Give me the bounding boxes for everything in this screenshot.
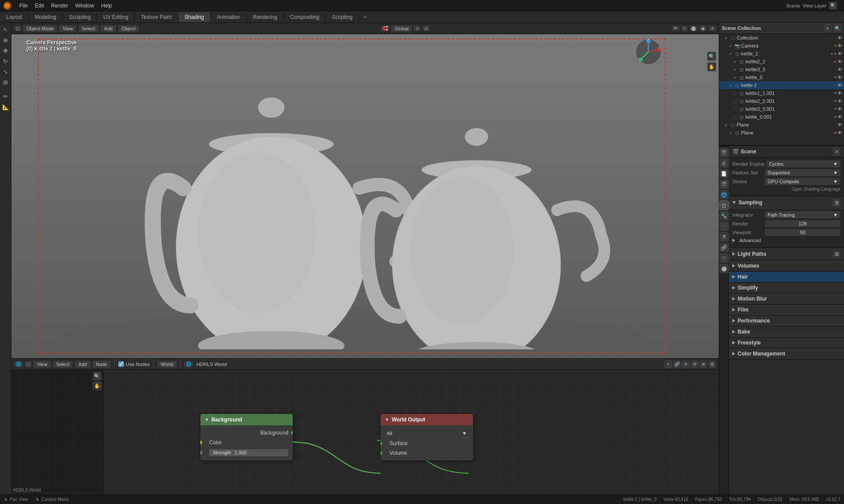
outliner-item-kettle2[interactable]: ✓ ◻ kettle 2 👁 bbox=[719, 81, 844, 89]
oi-eye-plane-sub[interactable]: 👁 bbox=[837, 130, 842, 135]
ne-left-zoom-icon[interactable]: 🔍 bbox=[93, 372, 102, 381]
gizmo-icon[interactable]: ⌖ bbox=[681, 25, 688, 32]
tab-rendering[interactable]: Rendering bbox=[247, 12, 284, 22]
ne-close-button[interactable]: ✕ bbox=[682, 360, 690, 368]
oi-check-k2-001[interactable]: □ bbox=[732, 98, 738, 104]
light-paths-options-icon[interactable]: ☰ bbox=[833, 250, 840, 258]
pan-icon[interactable]: ✋ bbox=[707, 62, 716, 71]
pivot-icon[interactable]: ⊙ bbox=[414, 25, 421, 31]
tab-compositing[interactable]: Compositing bbox=[284, 12, 326, 22]
tab-sculpting[interactable]: Sculpting bbox=[63, 12, 97, 22]
prop-hair-header[interactable]: Hair bbox=[729, 272, 844, 282]
oi-check-camera[interactable]: ✓ bbox=[728, 43, 733, 48]
ne-left-pan-icon[interactable]: ✋ bbox=[93, 381, 102, 390]
tool-cursor-icon[interactable]: ⊕ bbox=[1, 35, 11, 45]
tab-animation[interactable]: Animation bbox=[211, 12, 247, 22]
outliner-item-kettle-0[interactable]: ✓ ◻ kettle_0 ▾ 👁 bbox=[719, 73, 844, 81]
zoom-icon[interactable]: 🔍 bbox=[707, 52, 716, 61]
ne-new-button[interactable]: + bbox=[664, 360, 672, 368]
oi-eye-plane[interactable]: 👁 bbox=[837, 122, 842, 127]
bg-color-socket[interactable] bbox=[200, 440, 202, 445]
bg-strength-field[interactable]: Strength 1.000 bbox=[209, 449, 288, 456]
outliner-item-kettle1-1-001[interactable]: □ ◻ kettle1_1.001 ▾ 👁 bbox=[719, 89, 844, 97]
oi-eye-kettle2[interactable]: 👁 bbox=[837, 83, 842, 88]
use-nodes-checkbox[interactable] bbox=[118, 361, 124, 367]
render-engine-dropdown[interactable]: Cycles ▼ bbox=[766, 160, 840, 167]
shading-solid-icon[interactable]: ⬤ bbox=[689, 25, 698, 31]
tab-scripting[interactable]: Scripting bbox=[326, 12, 359, 22]
oi-check-k1-001[interactable]: □ bbox=[732, 91, 738, 96]
oi-eye-kettle3-3[interactable]: 👁 bbox=[837, 67, 842, 72]
tool-scale-icon[interactable]: ⤡ bbox=[1, 67, 11, 76]
proportional-icon[interactable]: ◎ bbox=[422, 25, 430, 31]
sampling-options-icon[interactable]: ☰ bbox=[833, 199, 840, 207]
prop-constraints-icon[interactable]: 🔗 bbox=[719, 243, 729, 252]
object-menu-button[interactable]: Object bbox=[118, 25, 139, 32]
prop-bake-header[interactable]: Bake bbox=[729, 326, 844, 337]
oi-check-kettle2-2[interactable]: ✓ bbox=[732, 59, 738, 64]
prop-physics-icon[interactable]: ⚗ bbox=[719, 232, 729, 242]
add-workspace-button[interactable]: + bbox=[359, 12, 371, 22]
advanced-row[interactable]: Advanced bbox=[732, 238, 840, 243]
prop-simplify-header[interactable]: Simplify bbox=[729, 283, 844, 293]
oi-check-kettle1[interactable]: ✓ bbox=[728, 51, 733, 56]
search-button[interactable]: 🔍 bbox=[829, 2, 837, 10]
wo-target-dropdown[interactable]: All ▼ bbox=[384, 430, 469, 437]
ne-link-button[interactable]: 🔗 bbox=[673, 360, 681, 368]
add-menu-button[interactable]: Add bbox=[101, 25, 116, 32]
ne-world-icon[interactable]: 🌐 bbox=[184, 361, 193, 367]
transform-global-button[interactable]: Global bbox=[391, 25, 412, 32]
prop-unlink-icon[interactable]: ✕ bbox=[833, 148, 840, 156]
ne-type-icon[interactable]: 🌐 bbox=[14, 361, 23, 367]
prop-light-paths-header[interactable]: Light Paths ☰ bbox=[729, 248, 844, 260]
prop-color-mgmt-header[interactable]: Color Management bbox=[729, 348, 844, 359]
prop-particles-icon[interactable]: ⋯ bbox=[719, 221, 729, 231]
oi-eye-k1-001[interactable]: 👁 bbox=[837, 91, 842, 96]
menu-window[interactable]: Window bbox=[72, 2, 98, 10]
viewport-samples-value[interactable]: 50 bbox=[765, 229, 840, 236]
prop-volumes-header[interactable]: Volumes bbox=[729, 261, 844, 271]
oi-eye-collection[interactable]: 👁 bbox=[837, 35, 842, 40]
oi-eye-kettle1[interactable]: 👁 bbox=[837, 51, 842, 56]
select-menu-button[interactable]: Select bbox=[78, 25, 99, 32]
oi-eye-k2-001[interactable]: 👁 bbox=[837, 98, 842, 104]
ne-world-button[interactable]: World bbox=[157, 361, 177, 368]
tab-shading[interactable]: Shading bbox=[178, 12, 211, 22]
oi-check-kettle2[interactable]: ✓ bbox=[728, 83, 733, 88]
prop-modifier-icon[interactable]: 🔧 bbox=[719, 211, 729, 221]
prop-performance-header[interactable]: Performance bbox=[729, 315, 844, 326]
menu-file[interactable]: File bbox=[16, 2, 31, 10]
outliner-item-camera[interactable]: ✓ 📷 Camera ▾ 👁 bbox=[719, 42, 844, 50]
navigation-gizmo[interactable]: X Z bbox=[635, 39, 662, 65]
viewport-mode-icon[interactable]: ◻ bbox=[14, 25, 21, 31]
outliner-item-plane[interactable]: ✓ ◻ Plane 👁 bbox=[719, 121, 844, 129]
tab-modeling[interactable]: Modeling bbox=[29, 12, 63, 22]
ne-select-button[interactable]: Select bbox=[53, 361, 73, 368]
outliner-item-kettle0-001[interactable]: □ ◻ kettle_0.001 ▾ 👁 bbox=[719, 113, 844, 121]
menu-edit[interactable]: Edit bbox=[31, 2, 47, 10]
prop-film-header[interactable]: Film bbox=[729, 305, 844, 315]
ne-settings-icon[interactable]: ⚙ bbox=[691, 360, 698, 368]
prop-motion-blur-header[interactable]: Motion Blur bbox=[729, 294, 844, 304]
viewport-3d[interactable]: Camera Perspective (0) kettle 2 | kettle… bbox=[11, 34, 719, 358]
node-canvas[interactable]: ▼ Background Background bbox=[104, 370, 719, 494]
outliner-item-kettle2-2-001[interactable]: □ ◻ kettle2_2.001 ▾ 👁 bbox=[719, 97, 844, 105]
device-dropdown[interactable]: GPU Compute ▼ bbox=[765, 178, 840, 185]
ne-add-button[interactable]: Add bbox=[75, 361, 91, 368]
tool-transform-icon[interactable]: ⊞ bbox=[1, 77, 11, 87]
prop-sampling-header[interactable]: Sampling ☰ bbox=[729, 196, 844, 209]
bg-strength-socket[interactable] bbox=[200, 450, 202, 455]
tab-texture-paint[interactable]: Texture Paint bbox=[135, 12, 178, 22]
outliner-item-kettle3-3[interactable]: ✓ ◻ kettle3_3 👁 bbox=[719, 65, 844, 73]
render-samples-value[interactable]: 128 bbox=[765, 220, 840, 227]
oi-eye-kettle-0[interactable]: 👁 bbox=[837, 75, 842, 80]
prop-data-icon[interactable]: ▽ bbox=[719, 253, 729, 263]
menu-help[interactable]: Help bbox=[98, 2, 116, 10]
shading-rendered-icon[interactable]: ☀ bbox=[709, 25, 716, 31]
tool-rotate-icon[interactable]: ↻ bbox=[1, 56, 11, 66]
tool-move-icon[interactable]: ✥ bbox=[1, 46, 11, 55]
ne-view-button[interactable]: View bbox=[33, 361, 51, 368]
outliner-item-kettle2-2[interactable]: ✓ ◻ kettle2_2 ▸ 👁 bbox=[719, 58, 844, 65]
oi-check-collection[interactable]: ✓ bbox=[724, 35, 729, 40]
tab-layout[interactable]: Layout bbox=[0, 12, 29, 22]
